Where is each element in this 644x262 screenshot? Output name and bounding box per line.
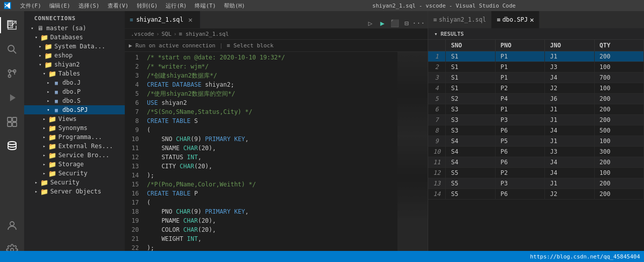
line-numbers: 12345 678910 1112131415 1617181920 21222… [125, 52, 143, 262]
table-row[interactable]: 13S5P3J1200 [428, 178, 644, 189]
results-tab-sql[interactable]: ≡ shiyan2_1.sql [428, 11, 492, 28]
cell-sno: S5 [446, 178, 495, 189]
breadcrumb-sep-1: › [156, 31, 159, 37]
cell-rownum: 2 [428, 62, 446, 73]
menu-view[interactable]: 查看(V) [105, 2, 132, 10]
run-button-1[interactable]: ▷ [365, 18, 375, 28]
code-content[interactable]: /* *start on @date: 2020-10-10 19:32*/ /… [143, 52, 397, 262]
run-button-2[interactable]: ▶ [377, 18, 387, 28]
chevron-icon [40, 142, 48, 150]
breadcrumb-sql[interactable]: SQL [162, 31, 172, 37]
activity-explorer[interactable] [0, 13, 24, 37]
cell-qty: 300 [594, 147, 643, 157]
tab-close-button[interactable]: ✕ [187, 16, 195, 24]
menu-run[interactable]: 运行(R) [163, 2, 190, 10]
table-row[interactable]: 5S2P4J6200 [428, 94, 644, 104]
cell-pno: P6 [495, 125, 544, 136]
select-block[interactable]: ≡ Select block [227, 42, 274, 49]
sidebar-item-views[interactable]: 📁 Views [24, 114, 125, 123]
cell-pno: P6 [495, 189, 544, 200]
results-tab-spj[interactable]: ≡ dbo.SPJ ✕ [492, 11, 539, 28]
folder-icon: 📁 [40, 178, 48, 186]
cell-jno: J1 [545, 136, 594, 147]
table-row[interactable]: 6S3P1J1200 [428, 104, 644, 115]
titlebar: 文件(F) 编辑(E) 选择(S) 查看(V) 转到(G) 运行(R) 终端(T… [0, 0, 644, 11]
results-tab-close[interactable]: ✕ [530, 16, 534, 24]
activity-search[interactable] [0, 37, 24, 61]
sidebar-item-dbo-p[interactable]: ▦ dbo.P [24, 87, 125, 96]
menu-goto[interactable]: 转到(G) [134, 2, 161, 10]
cell-pno: P4 [495, 94, 544, 104]
cell-qty: 200 [594, 104, 643, 115]
sidebar-item-eshop[interactable]: 📁 eshop [24, 51, 125, 60]
sidebar-label-security: Security [50, 179, 79, 186]
menu-select[interactable]: 选择(S) [75, 2, 103, 10]
sidebar-item-security[interactable]: 📁 Security [24, 178, 125, 187]
table-row[interactable]: 10S4P6J3300 [428, 147, 644, 157]
sidebar-item-systemdata[interactable]: 📁 System Data... [24, 42, 125, 51]
sidebar-item-master[interactable]: 🖥 master (sa) [24, 24, 125, 33]
cell-qty: 200 [594, 115, 643, 125]
cell-pno: P1 [495, 104, 544, 115]
menu-terminal[interactable]: 终端(T) [192, 2, 219, 10]
sidebar-item-databases[interactable]: 📁 Databases [24, 33, 125, 42]
results-label: RESULTS [441, 31, 464, 37]
table-row[interactable]: 8S3P6J4500 [428, 125, 644, 136]
cell-sno: S1 [446, 83, 495, 94]
sidebar-item-programma[interactable]: 📁 Programma... [24, 133, 125, 142]
sidebar-item-synonyms[interactable]: 📁 Synonyms [24, 123, 125, 133]
table-row[interactable]: 11S4P6J4200 [428, 157, 644, 168]
activity-source-control[interactable] [0, 61, 24, 86]
more-actions-button[interactable]: ··· [414, 18, 424, 28]
stop-button[interactable]: ⬛ [389, 18, 399, 28]
sidebar-label-tables: Tables [58, 70, 80, 77]
results-table-wrap[interactable]: SNO PNO JNO QTY 1S1P1J12002S1P1J31003S1P… [428, 40, 644, 262]
results-header: RESULTS [428, 29, 644, 40]
activity-extensions[interactable] [0, 110, 24, 134]
sidebar-item-dbo-s[interactable]: ▦ dbo.S [24, 96, 125, 105]
menu-edit[interactable]: 编辑(E) [46, 2, 73, 10]
tab-shiyan2[interactable]: ≡ shiyan2_1.sql ✕ [125, 11, 200, 28]
sidebar-label-external: External Res... [58, 143, 113, 150]
sidebar-item-dbo-spj[interactable]: ▦ dbo.SPJ [24, 105, 125, 114]
table-row[interactable]: 3S1P1J4700 [428, 73, 644, 83]
folder-icon: 📁 [40, 33, 48, 41]
sidebar-item-shiyan2[interactable]: 📁 shiyan2 [24, 60, 125, 69]
menu-file[interactable]: 文件(F) [17, 2, 44, 10]
folder-icon: 📁 [48, 142, 56, 150]
sidebar-item-tables[interactable]: 📁 Tables [24, 69, 125, 78]
sidebar-label-programma: Programma... [58, 134, 102, 141]
activity-run[interactable] [0, 86, 24, 110]
cell-jno: J6 [545, 94, 594, 104]
table-row[interactable]: 9S4P5J1100 [428, 136, 644, 147]
cell-qty: 200 [594, 189, 643, 200]
sidebar-item-server-objects[interactable]: 📁 Server Objects [24, 187, 125, 196]
sidebar-item-dbo-j[interactable]: ▦ dbo.J [24, 78, 125, 87]
sidebar-label-dbo-p: dbo.P [62, 88, 80, 95]
table-row[interactable]: 2S1P1J3100 [428, 62, 644, 73]
sidebar-item-service[interactable]: 📁 Service Bro... [24, 151, 125, 160]
run-active-connection[interactable]: ▶ Run on active connection [129, 42, 215, 49]
table-row[interactable]: 12S5P2J4100 [428, 168, 644, 178]
col-pno: PNO [495, 40, 544, 51]
split-editor-button[interactable]: ⊟ [401, 18, 412, 28]
breadcrumb-vscode[interactable]: .vscode [131, 31, 154, 37]
table-row[interactable]: 7S3P3J1200 [428, 115, 644, 125]
sidebar-item-storage[interactable]: 📁 Storage [24, 160, 125, 169]
activity-database[interactable] [0, 134, 24, 158]
breadcrumb-file[interactable]: ≡ shiyan2_1.sql [179, 31, 228, 37]
folder-icon: 📁 [48, 151, 56, 159]
sidebar-item-security-shiyan2[interactable]: 📁 Security [24, 169, 125, 178]
menu-help[interactable]: 帮助(H) [221, 2, 248, 10]
sidebar-item-external[interactable]: 📁 External Res... [24, 142, 125, 151]
table-row[interactable]: 1S1P1J1200 [428, 51, 644, 62]
activity-account[interactable] [0, 214, 24, 238]
sidebar-label-security-shiyan2: Security [58, 170, 88, 177]
toolbar-sep: | [219, 42, 223, 49]
table-row[interactable]: 4S1P2J2100 [428, 83, 644, 94]
folder-icon: 📁 [48, 160, 56, 168]
chevron-icon [28, 24, 36, 32]
table-row[interactable]: 14S5P6J2200 [428, 189, 644, 200]
tab-label-shiyan2: shiyan2_1.sql [136, 16, 184, 23]
cell-qty: 100 [594, 62, 643, 73]
